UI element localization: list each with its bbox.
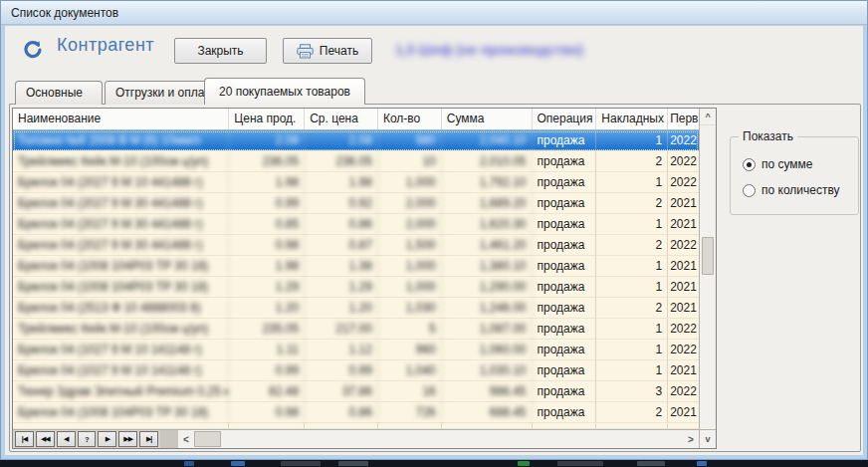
cell-avg: 236.05 [305, 151, 378, 171]
cell-invoices: 2 [596, 298, 668, 318]
cell-sum: 1,087.00 [442, 319, 533, 339]
nav-search-button[interactable]: ? [78, 431, 97, 447]
horizontal-scrollbar[interactable]: < > [160, 430, 699, 448]
page-title: Контрагент [57, 35, 154, 56]
column-header-6[interactable]: Накладных [596, 109, 668, 129]
vertical-scrollbar[interactable]: ^ [699, 109, 716, 429]
nav-first-button[interactable]: |◀ [15, 431, 34, 447]
column-header-7[interactable]: Перв [668, 109, 699, 129]
scroll-up-button[interactable]: ^ [700, 109, 716, 125]
column-header-5[interactable]: Операция [533, 109, 597, 129]
table-row[interactable]: Брелок 04 (1027 9 М 10 141148 г)1.111.12… [13, 340, 699, 360]
cell-sum: 1,060.00 [442, 340, 533, 359]
refresh-icon[interactable] [23, 40, 43, 60]
nav-next-button[interactable]: ▶ [98, 431, 116, 447]
taskbar-icon [338, 461, 368, 466]
close-button[interactable]: Закрыть [174, 38, 267, 64]
window-client-area: Контрагент Закрыть Печать 1,5 Шеф (не пр… [5, 26, 863, 455]
column-header-0[interactable]: Наименование [13, 109, 229, 129]
cell-qty: 5 [378, 319, 442, 339]
cell-sum: 1,030.10 [442, 360, 533, 380]
cell-name: Брелок 04 (2513 Ф 10 4888003 8) [13, 298, 229, 318]
app-window: Список документов Контрагент Закрыть [0, 0, 868, 460]
cell-qty: 1,000 [378, 172, 442, 192]
cell-op: продажа [533, 256, 597, 276]
cell-sum: 688.45 [442, 402, 533, 422]
cell-year: 2022 [668, 130, 699, 150]
table-row[interactable]: Брелок 04 (2027 9 М 30 441488 г)0.980.87… [13, 235, 699, 256]
cell-invoices: 2 [596, 151, 668, 171]
scroll-right-button[interactable]: > [683, 430, 699, 448]
table-row[interactable]: Толокно №6 2008 В М (6) 10мм/п2.082.0898… [13, 130, 699, 151]
table-row[interactable]: Брелок 04 (1008 104Р03 ТР 30 18)1.291.29… [13, 277, 699, 298]
taskbar-icon [184, 461, 194, 466]
tab-3[interactable]: 20 покупаемых товаров [204, 78, 365, 105]
cell-invoices: 1 [596, 214, 668, 234]
cell-sum: 986.45 [442, 381, 533, 401]
cell-sum: 1,689.20 [442, 193, 533, 213]
cell-op: продажа [533, 130, 597, 150]
cell-year: 2022 [668, 235, 699, 255]
vertical-scroll-thumb[interactable] [702, 237, 714, 275]
cell-invoices: 1 [596, 130, 668, 150]
empty-cell [533, 423, 597, 428]
cell-qty: 1,500 [378, 235, 442, 255]
cell-op: продажа [533, 172, 597, 192]
radio-button-icon[interactable] [743, 158, 756, 171]
grid-rows: Толокно №6 2008 В М (6) 10мм/п2.082.0898… [13, 130, 699, 429]
cell-op: продажа [533, 340, 597, 359]
grid-header-row[interactable]: НаименованиеЦена прод.Ср. ценаКол-воСумм… [13, 109, 699, 130]
cell-invoices: 2 [596, 235, 668, 255]
column-header-3[interactable]: Кол-во [378, 109, 442, 129]
cell-name: Брелок 04 (1008 104Р03 ТР 30 18) [13, 277, 229, 297]
cell-qty: 16 [378, 381, 442, 401]
column-header-2[interactable]: Ср. цена [305, 109, 378, 129]
cell-sum: 1,792.10 [442, 172, 533, 192]
radio-button-icon[interactable] [743, 184, 756, 197]
cell-op: продажа [533, 277, 597, 297]
cell-invoices: 1 [596, 277, 668, 297]
radio-by-sum[interactable]: по сумме [743, 157, 813, 171]
cell-qty: 980 [378, 130, 442, 150]
window-title: Список документов [11, 6, 118, 20]
cell-op: продажа [533, 214, 597, 234]
cell-price: 0.99 [229, 193, 305, 213]
table-row[interactable]: Трейлмикс Кейк М-10 (100см ц/уп)235.0521… [13, 319, 699, 340]
window-titlebar[interactable]: Список документов [1, 1, 867, 25]
cell-name: Брелок 04 (2027 9 М 10 441488 г) [13, 172, 229, 192]
cell-invoices: 2 [596, 193, 668, 213]
column-header-4[interactable]: Сумма [442, 109, 533, 129]
cell-avg: 0.87 [305, 235, 378, 255]
tab-2[interactable]: Отгрузки и оплаты [105, 81, 216, 105]
column-header-1[interactable]: Цена прод. [229, 109, 305, 129]
cell-year: 2022 [668, 319, 699, 339]
cell-price: 235.05 [229, 319, 305, 339]
nav-prev-page-button[interactable]: ◀◀ [36, 431, 55, 447]
table-row[interactable]: Брелок 04 (1008 104Р03 ТР 30 18)1.981.38… [13, 256, 699, 277]
cell-qty: 2,000 [378, 214, 442, 234]
table-row[interactable]: Брелок 04 (1008 104Р03 ТР 30 18)0.980.86… [13, 402, 699, 423]
table-row[interactable]: Трейлмикс Кейк М-10 (100см ц/уп)236.0523… [13, 151, 699, 172]
radio-by-quantity[interactable]: по количеству [743, 183, 840, 197]
taskbar-icon [518, 461, 530, 466]
nav-next-page-button[interactable]: ▶▶ [118, 431, 137, 447]
nav-last-button[interactable]: ▶| [139, 431, 158, 447]
cell-avg: 217.00 [305, 319, 378, 339]
cell-price: 0.98 [229, 235, 305, 255]
table-row[interactable]: Тюнер Здрав Элитный Premium 0,25 кг82.48… [13, 381, 699, 402]
table-row[interactable]: Брелок 04 (2027 9 М 10 441488 г)1.981.98… [13, 172, 699, 193]
table-row[interactable]: Брелок 04 (1027 9 М 10 141148 г)0.990.99… [13, 360, 699, 381]
scroll-left-button[interactable]: < [178, 430, 194, 448]
table-row[interactable]: Брелок 04 (2513 Ф 10 4888003 8)1.201.201… [13, 298, 699, 319]
table-row[interactable]: Брелок 04 (2027 9 М 30 441488 г)0.850.86… [13, 214, 699, 235]
scroll-down-button[interactable]: v [699, 430, 716, 448]
nav-prev-button[interactable]: ◀ [57, 431, 76, 447]
cell-name: Тюнер Здрав Элитный Premium 0,25 кг [13, 381, 229, 401]
horizontal-scroll-thumb[interactable] [194, 431, 221, 447]
tab-1[interactable]: Основные [15, 81, 103, 105]
cell-avg: 1.98 [305, 172, 378, 192]
print-button[interactable]: Печать [283, 38, 372, 64]
empty-cell [668, 423, 699, 428]
table-row[interactable]: Брелок 04 (2027 9 М 30 441488 г)0.990.92… [13, 193, 699, 214]
cell-price: 1.11 [229, 340, 305, 359]
